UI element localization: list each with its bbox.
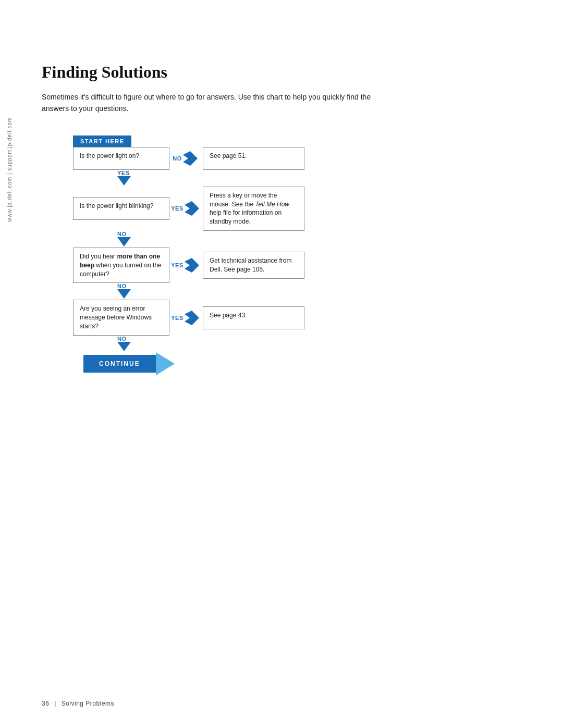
flow-row-4: Are you seeing an error message before W… (73, 300, 386, 335)
svg-marker-6 (185, 311, 199, 325)
arrow-right-icon-2 (185, 201, 199, 216)
yes-label-4: YES (171, 315, 183, 321)
svg-marker-0 (183, 151, 198, 166)
arrow-right-icon-4 (185, 311, 199, 325)
intro-text: Sometimes it's difficult to figure out w… (42, 91, 396, 115)
answer-4-text: See page 43. (210, 312, 247, 319)
svg-marker-2 (185, 201, 199, 216)
yes-arrow-4: YES (169, 311, 201, 325)
question-box-1: Is the power light on? (73, 147, 169, 170)
yes-label-down-1: YES (117, 170, 130, 176)
continue-button[interactable]: CONTINUE (83, 355, 156, 373)
arrow-right-icon-1 (183, 151, 198, 166)
yes-arrow-2: YES (169, 201, 201, 216)
down-arrow-icon-4 (117, 342, 131, 351)
question-4-text: Are you seeing an error message before W… (80, 305, 152, 330)
yes-label-2: YES (171, 205, 183, 212)
start-here-label: START HERE (73, 135, 131, 147)
flow-row-3: Did you hear more than one beep when you… (73, 248, 386, 283)
no-label-down-2: NO (117, 231, 127, 237)
sidebar-text: www.jp.dell.com | support.jp.dell.com (7, 117, 13, 222)
svg-marker-3 (117, 237, 131, 246)
down-arrow-icon-2 (117, 237, 131, 246)
answer-2-text: Press a key or move the mouse. See the T… (210, 192, 289, 225)
page: www.jp.dell.com | support.jp.dell.com Fi… (0, 0, 563, 728)
question-box-3: Did you hear more than one beep when you… (73, 248, 169, 283)
footer-section: Solving Problems (62, 700, 114, 707)
main-content: Finding Solutions Sometimes it's difficu… (42, 0, 563, 375)
svg-marker-5 (117, 289, 131, 299)
page-footer: 36 | Solving Problems (42, 700, 114, 707)
yes-label-3: YES (171, 262, 183, 268)
down-arrow-icon-3 (117, 289, 131, 299)
flow-row-2: Is the power light blinking? YES Press a… (73, 187, 386, 231)
answer-3-text: Get technical assistance from Dell. See … (210, 257, 291, 273)
answer-box-1: See page 51. (201, 147, 302, 170)
footer-page-number: 36 (42, 700, 49, 707)
connector-1: YES (73, 170, 386, 186)
no-label-1: NO (173, 155, 182, 162)
svg-marker-7 (117, 342, 131, 351)
question-3-text: Did you hear more than one beep when you… (80, 253, 162, 278)
question-box-2: Is the power light blinking? (73, 197, 169, 220)
question-2-text: Is the power light blinking? (80, 202, 153, 209)
yes-arrow-3: YES (169, 258, 201, 273)
yes-arrow-1: NO (169, 151, 201, 166)
footer-separator: | (54, 700, 56, 707)
answer-box-2: Press a key or move the mouse. See the T… (201, 187, 302, 231)
down-arrow-icon-1 (117, 176, 131, 186)
svg-marker-8 (156, 352, 175, 375)
question-box-4: Are you seeing an error message before W… (73, 300, 169, 335)
connector-3: NO (73, 283, 386, 299)
svg-marker-1 (117, 176, 131, 186)
flowchart: START HERE Is the power light on? NO (73, 135, 386, 375)
continue-row: CONTINUE (83, 352, 386, 375)
svg-marker-4 (185, 258, 199, 273)
connector-4: NO (73, 336, 386, 351)
arrow-right-icon-3 (185, 258, 199, 273)
answer-1-text: See page 51. (210, 152, 247, 159)
no-label-down-4: NO (117, 336, 127, 342)
page-title: Finding Solutions (42, 63, 532, 82)
answer-box-3: Get technical assistance from Dell. See … (201, 252, 302, 279)
flow-row-1: Is the power light on? NO See page 51. (73, 147, 386, 170)
answer-box-4: See page 43. (201, 306, 302, 329)
question-1-text: Is the power light on? (80, 152, 139, 159)
connector-2: NO (73, 231, 386, 246)
continue-arrow-icon (156, 352, 175, 375)
no-label-down-3: NO (117, 283, 127, 289)
